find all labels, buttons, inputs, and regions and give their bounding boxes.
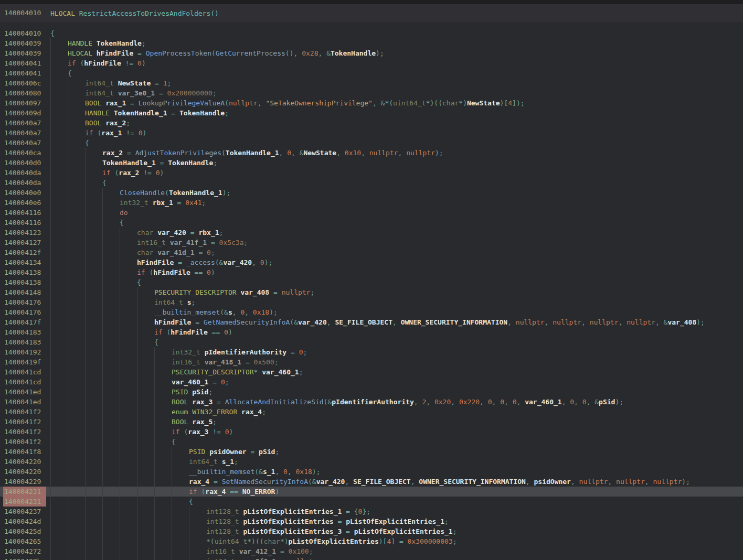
punctuation-token[interactable]: ; (208, 388, 213, 396)
punctuation-token[interactable]: , (345, 478, 353, 486)
variable-token[interactable]: hFindFile (154, 318, 191, 326)
address[interactable]: 1400041f2 (3, 437, 46, 447)
function-signature[interactable]: HLOCAL RestrictAccessToDrivesAndFolders(… (46, 9, 743, 17)
address[interactable]: 14000425d (3, 526, 46, 536)
number-token[interactable]: 0 (224, 328, 228, 336)
number-token[interactable]: 0x18 (253, 308, 269, 316)
punctuation-token[interactable]: )[ (379, 537, 387, 545)
punctuation-token[interactable]: ) (228, 328, 232, 336)
address[interactable]: 1400040da (3, 168, 46, 178)
number-token[interactable]: nullptr (590, 318, 619, 326)
function-token[interactable]: AdjustTokenPrivileges (135, 149, 221, 157)
address[interactable]: 140004134 (3, 257, 46, 267)
type-token[interactable]: int64_t (206, 557, 239, 560)
variable-token[interactable]: hFindFile (153, 268, 190, 276)
punctuation-token[interactable]: , &*( (373, 99, 393, 107)
variable-token[interactable]: rax_4 (189, 478, 209, 486)
type-token[interactable]: uint64_t (215, 537, 248, 545)
variable-token[interactable]: rax_3 (188, 428, 208, 436)
variable-token[interactable]: TokenHandle (331, 49, 376, 57)
code-line[interactable]: 140004148PSECURITY_DESCRIPTOR var_408 = … (0, 287, 743, 297)
address[interactable]: 140004080 (3, 88, 46, 98)
variable-token[interactable]: s_1 (222, 458, 234, 466)
punctuation-token[interactable]: , (545, 318, 553, 326)
variable-token[interactable]: var_3f0_1 (239, 557, 276, 560)
code-line[interactable]: 140004183if (hFindFile == 0) (0, 327, 743, 337)
code-line[interactable]: 1400040e6int32_t rbx_1 = 0x41; (0, 198, 743, 208)
number-token[interactable]: nullptr (229, 99, 258, 107)
variable-token[interactable]: OWNER_SECURITY_INFORMATION (401, 318, 508, 326)
code-line[interactable]: 140004041if (hFindFile != 0) (0, 58, 743, 68)
punctuation-token[interactable]: ( (225, 99, 229, 107)
punctuation-token[interactable]: ); (264, 259, 273, 266)
variable-token[interactable]: var_408 (240, 288, 269, 296)
address[interactable]: 1400041f2 (3, 427, 46, 437)
function-token[interactable]: SetNamedSecurityInfoA (222, 478, 308, 486)
punctuation-token[interactable]: ; (211, 249, 215, 256)
number-token[interactable]: 0x10 (345, 149, 361, 157)
function-token[interactable]: _access (186, 259, 215, 266)
address[interactable]: 140004116 (3, 218, 46, 228)
punctuation-token[interactable]: ) (160, 169, 164, 177)
punctuation-token[interactable]: = (126, 99, 138, 107)
variable-token[interactable]: hFindFile (171, 328, 207, 336)
code-line[interactable]: 1400040daif (rax_2 != 0) (0, 168, 743, 178)
variable-token[interactable]: pSid (192, 388, 208, 396)
number-token[interactable]: 0x41 (185, 199, 201, 207)
punctuation-token[interactable]: ; (225, 109, 229, 117)
punctuation-token[interactable]: *) (280, 537, 289, 545)
type-token[interactable]: enum WIN32_ERROR (172, 408, 241, 416)
type-token[interactable]: PSECURITY_DESCRIPTOR (154, 288, 240, 296)
variable-token[interactable]: var_412_1 (239, 547, 276, 555)
address[interactable]: 140004138 (3, 277, 46, 287)
punctuation-token[interactable]: = (207, 239, 219, 246)
function-token[interactable]: LookupPrivilegeValueA (139, 99, 225, 107)
punctuation-token[interactable]: { (50, 29, 55, 37)
variable-token[interactable]: TokenHandle_1 (169, 189, 222, 197)
number-token[interactable]: nullptr (369, 149, 398, 157)
punctuation-token[interactable]: ; (225, 378, 229, 386)
code-line[interactable]: 1400040a7BOOL rax_2; (0, 118, 743, 128)
type-token[interactable]: BOOL (172, 398, 192, 406)
code-line[interactable]: 14000412fchar var_41d_1 = 0; (0, 247, 743, 257)
variable-token[interactable]: rax_4 (205, 488, 226, 496)
punctuation-token[interactable]: (& (324, 398, 332, 406)
code-line[interactable]: 140004176int64_t s; (0, 297, 743, 307)
punctuation-token[interactable]: = (167, 109, 179, 117)
punctuation-token[interactable]: { (120, 219, 124, 227)
type-token[interactable]: PSECURITY_DESCRIPTOR (172, 368, 254, 376)
address[interactable]: 1400040a7 (3, 118, 46, 128)
punctuation-token[interactable]: , & (318, 49, 330, 57)
punctuation-token[interactable]: , (414, 398, 422, 406)
code-line[interactable]: 140004116do (0, 208, 743, 218)
variable-token[interactable]: hFindFile (137, 259, 174, 266)
code-line[interactable]: 14000425dint128_t pListOfExplicitEntries… (0, 526, 743, 536)
code-line[interactable]: 140004097BOOL rax_1 = LookupPrivilegeVal… (0, 98, 743, 108)
address[interactable]: 140004220 (3, 467, 46, 477)
punctuation-token[interactable]: (& (215, 259, 224, 266)
variable-token[interactable]: var_420 (157, 229, 186, 236)
code-line[interactable]: 1400041edBOOL rax_3 = AllocateAndInitial… (0, 397, 743, 407)
punctuation-token[interactable]: ; (453, 537, 457, 545)
punctuation-token[interactable]: *)(( (426, 99, 442, 107)
function-token[interactable]: __builtin_memset (154, 308, 220, 316)
punctuation-token[interactable]: { (172, 438, 176, 446)
code-line[interactable]: 140004272int16_t var_412_1 = 0x100; (0, 546, 743, 556)
variable-token[interactable]: rax_4 (241, 408, 262, 416)
number-token[interactable]: 0x220 (459, 398, 480, 406)
punctuation-token[interactable]: ); (615, 398, 623, 406)
address[interactable]: 140004231 (3, 487, 46, 497)
number-token[interactable]: 0x5c3a (219, 239, 244, 246)
address[interactable]: 140004176 (3, 297, 46, 307)
punctuation-token[interactable]: { (154, 338, 158, 346)
code-line[interactable]: 140004138if (hFindFile == 0) (0, 267, 743, 277)
punctuation-token[interactable]: , (581, 318, 590, 326)
punctuation-token[interactable]: , (574, 398, 582, 406)
type-token[interactable]: int16_t (172, 358, 205, 366)
address[interactable]: 14000424d (3, 516, 46, 526)
function-token[interactable]: AllocateAndInitializeSid (225, 398, 324, 406)
code-line[interactable]: 1400041f2BOOL rax_5; (0, 417, 743, 427)
punctuation-token[interactable]: != (121, 59, 137, 67)
address[interactable]: 1400040d0 (3, 158, 46, 168)
number-token[interactable]: 0 (156, 169, 160, 177)
